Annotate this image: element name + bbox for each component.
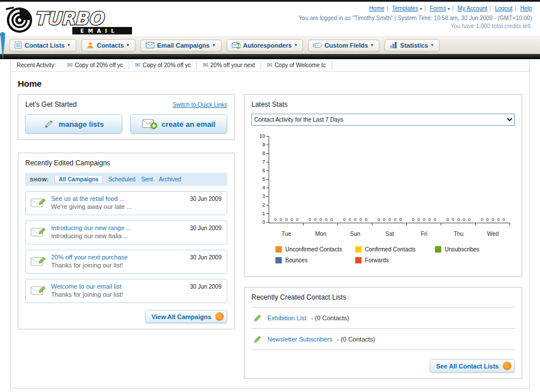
legend-item: Bounces: [275, 257, 355, 263]
chart-bar-group: 00000: [338, 136, 372, 223]
bar-value-labels: 00000: [378, 217, 402, 222]
contact-list-name-link[interactable]: Exhibition List: [267, 315, 306, 321]
nav-tab-contact-lists[interactable]: Contact Lists ▾: [9, 39, 76, 52]
campaign-title-link[interactable]: Introducing our new range ...: [51, 224, 187, 231]
contact-list-name-link[interactable]: Newsletter Subscribers: [267, 336, 332, 343]
bar-value-label: 0: [486, 217, 488, 222]
manage-lists-button[interactable]: manage lists: [25, 114, 122, 134]
top-link-logout[interactable]: Logout: [495, 5, 512, 11]
campaign-list-item[interactable]: Introducing our new range ... Introducin…: [25, 220, 227, 244]
nav-tab-statistics[interactable]: Statistics ▾: [384, 39, 440, 52]
contact-list-count: - (0 Contacts): [311, 315, 349, 321]
chart-y-axis: 109876543210: [251, 133, 269, 225]
see-all-contact-lists-button[interactable]: See All Contact Lists →: [430, 359, 515, 372]
view-all-campaigns-button[interactable]: View All Campaigns →: [145, 310, 227, 323]
campaign-list-item[interactable]: Welcome to our email list Thanks for joi…: [25, 279, 227, 303]
recent-activity-item[interactable]: ✉ Copy of 20% off yc: [61, 61, 129, 69]
create-email-button[interactable]: create an email: [130, 114, 227, 134]
chevron-down-icon: ▾: [294, 42, 297, 48]
header: TURBO EMAIL Home| Templates ▾| Forms ▾| …: [0, 2, 540, 36]
chevron-down-icon: ▾: [371, 42, 373, 48]
campaign-title-link[interactable]: See us at the retail food ...: [51, 195, 187, 202]
contact-list-item[interactable]: Newsletter Subscribers - (0 Contacts): [251, 329, 515, 350]
campaign-title-link[interactable]: 20% off your next purchase: [51, 254, 187, 261]
bar-value-label: 0: [503, 217, 505, 222]
bar-value-label: 0: [331, 217, 333, 222]
bar-value-label: 0: [354, 217, 356, 222]
recent-activity-item[interactable]: ✉ Copy of 20% off yc: [129, 61, 197, 69]
tab-archived[interactable]: Archived: [159, 176, 181, 183]
turbo-email-logo: TURBO EMAIL: [5, 4, 139, 35]
top-link-home[interactable]: Home: [369, 5, 384, 11]
pencil-icon: [252, 313, 263, 323]
recent-activity-item-label: 20% off your next: [211, 62, 255, 68]
y-axis-label: 10: [259, 133, 269, 139]
page: TURBO EMAIL Home| Templates ▾| Forms ▾| …: [0, 0, 540, 392]
y-axis-label: 0: [262, 219, 269, 225]
chevron-down-icon: ▾: [68, 42, 70, 48]
legend-label: Forwards: [365, 257, 389, 263]
chevron-down-icon: ▾: [127, 42, 129, 48]
campaign-title-link[interactable]: Welcome to our email list: [51, 283, 187, 290]
chart-bar-group: 00000: [372, 136, 407, 223]
tab-sent[interactable]: Sent: [141, 176, 153, 183]
y-axis-label: 1: [262, 211, 269, 216]
latest-stats-panel: Latest Stats Contact Activity for the La…: [244, 94, 522, 277]
stats-chart: 109876543210 000000000000000000000000000…: [251, 136, 515, 268]
legend-swatch: [355, 246, 362, 253]
bar-value-labels: 00000: [274, 217, 298, 222]
nav-tab-label: Contact Lists: [25, 42, 65, 49]
top-link-forms[interactable]: Forms: [430, 5, 446, 11]
campaign-edit-icon: [30, 255, 46, 270]
top-link-templates[interactable]: Templates: [392, 5, 418, 11]
nav-tab-autoresponders[interactable]: Autoresponders ▾: [227, 39, 304, 52]
bar-value-label: 0: [279, 217, 282, 222]
autoresponders-icon: [232, 41, 240, 49]
nav-tab-contacts[interactable]: Contacts ▾: [81, 39, 135, 52]
recent-activity-item[interactable]: ✉ 20% off your next: [197, 61, 261, 69]
campaign-date: 30 Jun 2009: [190, 284, 222, 290]
nav-tab-label: Contacts: [97, 42, 124, 49]
recent-activity-item-label: Copy of 20% off yc: [143, 62, 191, 68]
get-started-panel: Let's Get Started Switch to Quick Links …: [18, 94, 235, 140]
recent-campaigns-panel: Recently Edited Campaigns SHOW: All Camp…: [18, 153, 235, 329]
campaign-edit-icon: [30, 196, 46, 211]
legend-label: Bounces: [285, 257, 308, 263]
switch-to-quick-links-link[interactable]: Switch to Quick Links: [173, 102, 227, 108]
y-axis-label: 4: [262, 185, 269, 191]
bar-value-label: 0: [383, 217, 385, 222]
legend-label: Unsubscribes: [445, 246, 480, 253]
nav-tab-label: Autoresponders: [243, 42, 292, 49]
bar-value-label: 0: [434, 217, 436, 222]
campaign-list-item[interactable]: See us at the retail food ... We're givi…: [25, 191, 227, 215]
contacts-icon: [87, 41, 94, 49]
bar-value-label: 0: [389, 217, 391, 222]
bar-value-label: 0: [399, 217, 402, 222]
top-link-help[interactable]: Help: [520, 5, 532, 11]
view-all-campaigns-label: View All Campaigns: [151, 313, 211, 320]
tab-all-campaigns[interactable]: All Campaigns: [55, 175, 102, 184]
bar-value-label: 0: [325, 217, 327, 222]
bar-value-label: 0: [314, 217, 316, 222]
contact-list-item[interactable]: Exhibition List - (0 Contacts): [251, 308, 515, 329]
chevron-down-icon: ▾: [448, 6, 450, 11]
separator: |: [387, 5, 389, 11]
envelope-icon: ✉: [67, 62, 72, 68]
app-logo: TURBO EMAIL: [5, 4, 139, 37]
stats-filter-select[interactable]: Contact Activity for the Last 7 Days: [251, 114, 515, 126]
legend-item: Confirmed Contacts: [355, 246, 435, 253]
top-link-my-account[interactable]: My Account: [457, 5, 487, 11]
statistics-icon: [390, 41, 397, 49]
main-nav: Contact Lists ▾ Contacts ▾ Email Campaig…: [0, 36, 540, 54]
contact-lists: Exhibition List - (0 Contacts) Newslette…: [251, 307, 515, 350]
nav-tab-email-campaigns[interactable]: Email Campaigns ▾: [141, 40, 222, 52]
x-axis-label: Tue: [269, 231, 304, 237]
logo-swirl-icon: [6, 7, 32, 33]
recent-activity-item[interactable]: ✉ Copy of Welcome tc: [261, 61, 332, 69]
nav-tab-custom-fields[interactable]: Custom Fields ▾: [308, 40, 379, 52]
tab-scheduled[interactable]: Scheduled: [108, 176, 135, 183]
campaign-subtitle: We're giving away our late ...: [51, 203, 187, 210]
contact-list-count: - (0 Contacts): [337, 336, 375, 343]
bar-value-label: 0: [417, 217, 419, 222]
campaign-list-item[interactable]: 20% off your next purchase Thanks for jo…: [25, 250, 227, 274]
